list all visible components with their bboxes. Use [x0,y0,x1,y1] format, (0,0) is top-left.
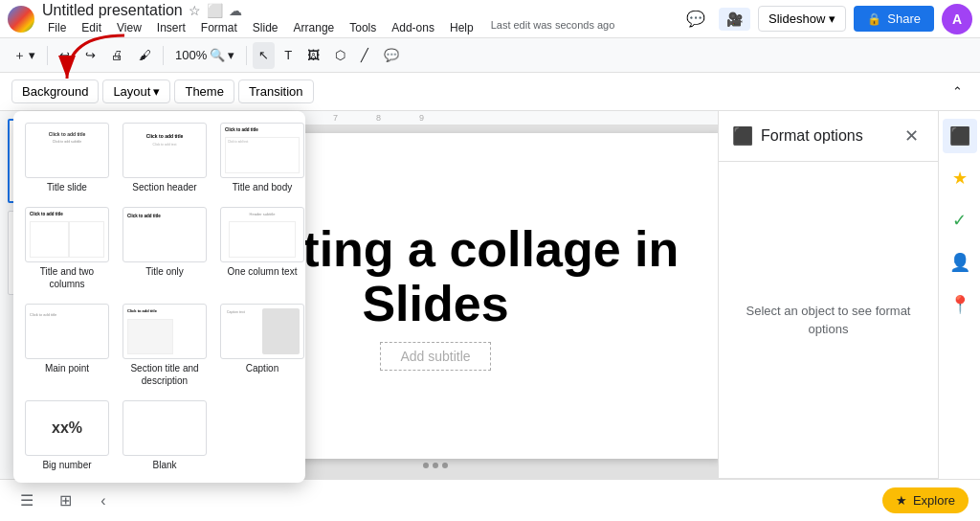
layout-item-blank[interactable]: Blank [119,396,211,475]
layout-thumb-big-number: xx% [25,400,109,456]
format-title-text: Format options [761,127,863,145]
theme-label: Theme [185,84,223,99]
layout-thumb-blank [122,400,207,456]
layout-label-two-columns: Title and two columns [25,265,109,290]
background-button[interactable]: Background [11,79,99,103]
menu-slide[interactable]: Slide [247,19,284,36]
menu-addons[interactable]: Add-ons [386,19,440,36]
text-button[interactable]: T [278,42,298,69]
share-label: Share [887,11,921,26]
menu-file[interactable]: File [42,19,72,36]
ruler-tick: 8 [376,113,381,123]
add-slide-button[interactable]: ＋ ▾ [8,42,41,69]
star-icon[interactable]: ☆ [189,3,201,18]
topbar-right: 💬 🎥 Slideshow ▾ 🔒 Share A [680,4,972,34]
layout-label-caption: Caption [246,362,278,374]
theme-button[interactable]: Theme [174,79,234,103]
dot-3 [442,463,448,468]
layout-item-section-header[interactable]: Click to add title Click to add text Sec… [119,119,211,197]
cursor-button[interactable]: ↖ [253,42,275,69]
menu-edit[interactable]: Edit [76,19,107,36]
explore-rail-button[interactable]: ★ [943,161,977,195]
transition-button[interactable]: Transition [238,79,314,103]
collapse-panel-button[interactable]: ⌃ [947,79,969,105]
dot-1 [423,463,429,468]
toolbar: ＋ ▾ ↩ ↪ 🖨 🖌 100% 🔍 ▾ ↖ T 🖼 ⬡ ╱ 💬 [0,38,980,73]
comment-button[interactable]: 💬 [378,42,405,69]
avatar[interactable]: A [942,4,972,34]
layout-item-title-only[interactable]: Click to add title Title only [119,203,211,294]
paint-format-button[interactable]: 🖌 [133,42,157,69]
layout-item-one-col[interactable]: Header subtitle One column text [216,203,308,294]
undo-button[interactable]: ↩ [54,42,76,69]
layout-thumb-title-body: Click to add title Click to add text [220,123,304,178]
layout-item-big-number[interactable]: xx% Big number [21,396,113,475]
layout-label-section-header: Section header [132,181,196,193]
chevron-down-icon-zoom: ▾ [228,48,234,62]
layout-item-two-columns[interactable]: Click to add title Title and two columns [21,203,113,294]
format-close-button[interactable]: ✕ [898,123,924,149]
layout-label-big-number: Big number [42,459,91,471]
layout-item-title-body[interactable]: Click to add title Click to add text Tit… [216,119,308,197]
chevron-down-icon: ▾ [829,11,835,26]
layout-item-main-point[interactable]: Click to add title Main point [21,300,113,391]
layout-label-title-slide: Title slide [47,181,87,193]
layout-item-caption[interactable]: Caption text Caption [216,300,308,391]
layout-item-title-slide[interactable]: Click to add title Click to add subtitle… [21,119,113,197]
menu-help[interactable]: Help [444,19,479,36]
layout-dropdown: Click to add title Click to add subtitle… [13,111,305,483]
account-rail-button[interactable]: 👤 [943,245,977,280]
layout-label: Layout [113,84,150,99]
meet-button[interactable]: 🎥 [719,8,750,31]
menu-format[interactable]: Format [195,19,243,36]
collapse-left-button[interactable]: ‹ [88,486,119,516]
chat-icon[interactable]: 💬 [680,4,711,34]
format-options-rail-button[interactable]: ⬛ [943,119,977,153]
menu-insert[interactable]: Insert [151,19,191,36]
slide-subtitle-box[interactable]: Add subtitle [380,342,490,371]
filmstrip-button[interactable]: ☰ [11,486,42,516]
bottom-bar: ☰ ⊞ ‹ ★ Explore [0,479,980,521]
layout-item-section-desc[interactable]: Click to add title Section title and des… [119,300,211,391]
title-area: Untitled presentation ☆ ⬜ ☁ File Edit Vi… [42,2,673,36]
doc-title-text[interactable]: Untitled presentation [42,2,183,19]
transition-label: Transition [249,84,303,99]
explore-button[interactable]: ★ Explore [882,487,969,513]
layout-thumb-two-columns: Click to add title [25,207,109,262]
shape-button[interactable]: ⬡ [329,42,351,69]
layout-label-title-only: Title only [145,265,184,278]
format-body: Select an object to see format options [719,162,938,478]
layout-thumb-section-header: Click to add title Click to add text [122,123,207,178]
layout-label-blank: Blank [152,459,176,471]
menu-arrange[interactable]: Arrange [288,19,341,36]
image-button[interactable]: 🖼 [301,42,325,69]
layout-button[interactable]: Layout ▾ [102,79,170,103]
menu-tools[interactable]: Tools [344,19,382,36]
toolbar-separator [47,46,48,65]
ruler-tick: 9 [419,113,424,123]
doc-title: Untitled presentation ☆ ⬜ ☁ [42,2,673,19]
slide-tabs-right: ⌃ [947,79,969,105]
redo-button[interactable]: ↪ [79,42,101,69]
ruler-tick: 7 [333,113,338,123]
line-button[interactable]: ╱ [355,42,374,69]
layout-thumb-main-point: Click to add title [25,304,109,359]
layout-thumb-title-slide: Click to add title Click to add subtitle [25,123,109,178]
check-rail-button[interactable]: ✓ [943,203,977,238]
toolbar-separator-3 [246,46,247,65]
drive-icon[interactable]: ⬜ [207,3,223,18]
zoom-button[interactable]: 100% 🔍 ▾ [169,42,240,69]
print-button[interactable]: 🖨 [105,42,129,69]
share-button[interactable]: 🔒 Share [854,6,934,32]
slideshow-button[interactable]: Slideshow ▾ [758,6,846,32]
dot-2 [433,463,438,468]
format-options-icon: ⬛ [732,125,753,147]
grid-button[interactable]: ⊞ [50,486,80,516]
topbar: Untitled presentation ☆ ⬜ ☁ File Edit Vi… [0,0,980,38]
slideshow-label: Slideshow [768,11,825,26]
cloud-icon[interactable]: ☁ [229,3,242,18]
last-edit: Last edit was seconds ago [491,19,615,36]
zoom-label: 100% [175,48,207,62]
location-rail-button[interactable]: 📍 [943,287,977,322]
menu-view[interactable]: View [111,19,147,36]
